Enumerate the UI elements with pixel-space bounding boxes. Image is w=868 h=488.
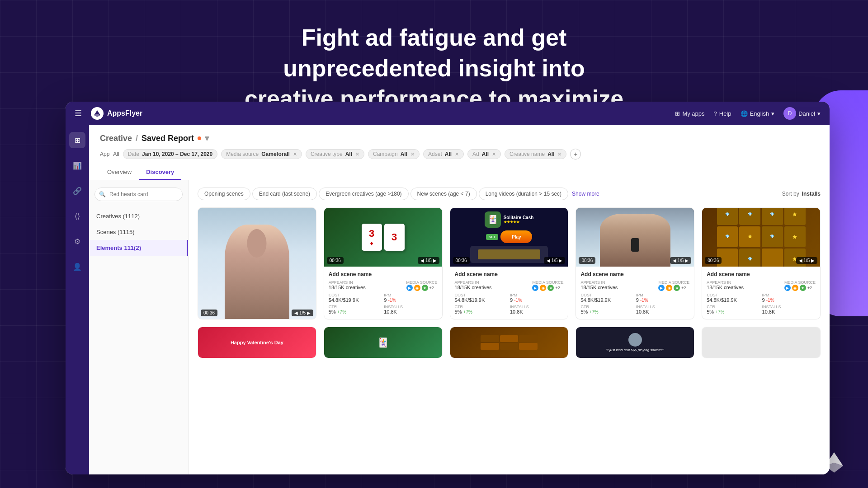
creative-type-filter-chip[interactable]: Creative type All ✕ [306,149,364,159]
media-source-filter-chip[interactable]: Media source Gameforall ✕ [221,149,302,159]
creative-name-filter-chip[interactable]: Creative name All ✕ [505,149,566,159]
card-4[interactable]: 00:36 ◀ 1/5 ▶ Add scene name APPEARS IN … [576,207,694,319]
cards-grid-row2: Happy Valentine's Day 🃏 [198,327,821,358]
card-3-body: Add scene name APPEARS IN 18/15K creativ… [450,267,568,319]
creative-name-value: All [547,151,554,157]
tab-overview[interactable]: Overview [100,165,139,180]
card-3[interactable]: 🃏 Solitaire Cash ★★★★★ SET [450,207,569,319]
sort-by-control: Sort by Installs [782,191,821,197]
card-row2-3[interactable] [450,327,569,358]
sidebar-icon-settings[interactable]: ⚙ [69,233,85,249]
card-5-thumbnail: Find Out What's New 💎 💎 💎 ⭐ 💎 ⭐ 💎 [702,208,820,267]
globe-icon: 🌐 [741,110,748,117]
card-row2-1[interactable]: Happy Valentine's Day [198,327,316,358]
campaign-label: Campaign [373,151,398,157]
left-panel-elements[interactable]: Elements 111(2) [89,240,188,256]
breadcrumb-report: Saved Report [142,134,194,143]
adset-value: All [445,151,452,157]
card-2-meta: APPEARS IN 18/15K creatives MEDIA SOURCE… [329,280,438,291]
page-tabs: Overview Discovery [100,165,819,180]
main-layout: ⊞ 📊 🔗 ⟨⟩ ⚙ 👤 Creative / Saved Report ▾ [66,125,830,474]
media-label: Media source [226,151,259,157]
date-value: Jan 10, 2020 – Dec 17, 2020 [142,151,212,157]
user-avatar: D [783,107,796,120]
card-1-nav[interactable]: ◀ 1/5 ▶ [292,310,313,316]
content-body: 🔍 Creatives (1112) Scenes (1115) Element… [89,180,830,474]
card-2-nav[interactable]: ◀ 1/5 ▶ [418,257,439,264]
remove-campaign-icon[interactable]: ✕ [410,151,415,157]
campaign-filter-chip[interactable]: Campaign All ✕ [368,149,420,159]
cat-tab-evergreen[interactable]: Evergreen creatives (age >180) [319,188,408,200]
search-box: 🔍 [94,188,183,201]
date-label: Date [128,151,139,157]
ad-filter-chip[interactable]: Ad All ✕ [467,149,501,159]
content-area: Creative / Saved Report ▾ App All Date J… [89,125,830,474]
creative-type-value: All [345,151,352,157]
card-5-stats: COST $4.8K/$19.9K IPM 9 -1% CTR [707,293,816,314]
campaign-value: All [401,151,407,157]
card-4-nav[interactable]: ◀ 1/5 ▶ [670,257,691,264]
app-filter-value: All [113,151,119,157]
card-2[interactable]: 3 ♦ 3 00:36 ◀ 1/5 ▶ [324,207,443,319]
remove-media-filter-icon[interactable]: ✕ [293,151,297,157]
creative-type-label: Creative type [311,151,343,157]
card-row2-5[interactable] [702,327,821,358]
card-5-time: 00:36 [705,257,722,264]
breadcrumb-creative[interactable]: Creative [100,134,132,143]
cards-grid: 00:36 ◀ 1/5 ▶ Add scene name APPEARS IN … [198,207,821,319]
add-filter-button[interactable]: + [570,149,581,160]
sidebar-icon-grid[interactable]: ⊞ [69,132,85,148]
show-more-button[interactable]: Show more [572,191,599,197]
left-panel-creatives[interactable]: Creatives (1112) [89,208,188,224]
left-panel: 🔍 Creatives (1112) Scenes (1115) Element… [89,180,189,474]
adset-label: Adset [428,151,442,157]
date-filter-chip[interactable]: Date Jan 10, 2020 – Dec 17, 2020 [123,149,217,159]
card-3-nav[interactable]: ◀ 1/5 ▶ [544,257,565,264]
card-4-meta: APPEARS IN 18/15K creatives MEDIA SOURCE… [580,280,689,291]
sidebar-icon-chart[interactable]: 📊 [69,157,85,174]
card-5-nav[interactable]: ◀ 1/5 ▶ [796,257,817,264]
adset-filter-chip[interactable]: Adset All ✕ [423,149,464,159]
cat-tab-opening-scenes[interactable]: Opening scenes [198,188,250,200]
sidebar-icon-link[interactable]: 🔗 [69,183,85,199]
app-logo[interactable]: AppsFlyer [91,107,142,120]
remove-adset-icon[interactable]: ✕ [455,151,459,157]
ad-value: All [482,151,489,157]
card-1-body: Add scene name APPEARS IN 18/15K creativ… [198,319,316,319]
ad-label: Ad [472,151,479,157]
tab-discovery[interactable]: Discovery [139,165,181,180]
search-input[interactable] [94,188,183,201]
card-1-thumbnail: 00:36 ◀ 1/5 ▶ [198,208,316,319]
card-2-stats: COST $4.8K/$19.9K IPM 9 -1% CTR [329,293,438,314]
card-row2-2[interactable]: 🃏 [324,327,443,358]
card-3-thumbnail: 🃏 Solitaire Cash ★★★★★ SET [450,208,568,267]
cat-tab-long-videos[interactable]: Long videos (duration > 15 sec) [479,188,568,200]
card-1[interactable]: 00:36 ◀ 1/5 ▶ Add scene name APPEARS IN … [198,207,316,319]
user-menu[interactable]: D Daniel ▾ [783,107,821,120]
sidebar-icon-user[interactable]: 👤 [69,258,85,275]
card-4-title: Add scene name [580,271,689,277]
sidebar-icon-code[interactable]: ⟨⟩ [69,208,85,224]
remove-creative-type-icon[interactable]: ✕ [355,151,359,157]
my-apps-button[interactable]: ⊞ My apps [675,110,704,117]
help-icon: ? [714,110,717,117]
sort-by-value[interactable]: Installs [802,191,821,197]
media-value: Gameforall [261,151,290,157]
help-button[interactable]: ? Help [714,110,731,117]
remove-ad-icon[interactable]: ✕ [492,151,496,157]
remove-creative-name-icon[interactable]: ✕ [557,151,561,157]
breadcrumb-separator: / [136,134,138,143]
card-5[interactable]: Find Out What's New 💎 💎 💎 ⭐ 💎 ⭐ 💎 [702,207,821,319]
hamburger-menu-icon[interactable]: ☰ [75,108,82,118]
app-window: ☰ AppsFlyer ⊞ My apps ? Help 🌐 Engli [66,102,830,474]
card-row2-4[interactable]: "I just won real $$$ playing solitaire" [576,327,694,358]
card-4-stats: COST $4.8K/$19.9K IPM 9 -1% CTR [580,293,689,314]
cat-tab-end-card[interactable]: End card (last scene) [252,188,317,200]
card-4-time: 00:36 [579,257,595,264]
cat-tab-new-scenes[interactable]: New scenes (age < 7) [410,188,477,200]
language-selector[interactable]: 🌐 English ▾ [741,110,775,117]
card-4-body: Add scene name APPEARS IN 18/15K creativ… [576,267,694,319]
page-header: Creative / Saved Report ▾ App All Date J… [89,125,830,180]
breadcrumb-dropdown-icon[interactable]: ▾ [205,133,209,143]
left-panel-scenes[interactable]: Scenes (1115) [89,224,188,240]
